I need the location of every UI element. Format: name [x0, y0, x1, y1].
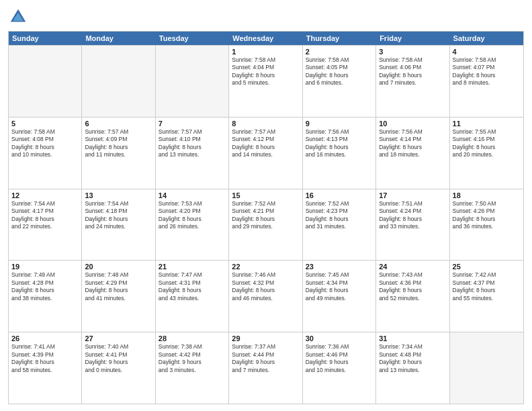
calendar-cell-4: 4Sunrise: 7:58 AMSunset: 4:07 PMDaylight… — [450, 46, 523, 117]
header-day-sunday: Sunday — [9, 32, 82, 45]
cell-text: and 55 minutes. — [453, 295, 521, 302]
calendar-cell-13: 13Sunrise: 7:54 AMSunset: 4:18 PMDayligh… — [82, 189, 155, 261]
cell-text: Sunset: 4:36 PM — [379, 279, 446, 287]
calendar-cell-30: 30Sunrise: 7:36 AMSunset: 4:46 PMDayligh… — [303, 332, 376, 404]
cell-text: Sunset: 4:21 PM — [232, 208, 299, 215]
cell-text: and 13 minutes. — [159, 151, 226, 158]
cell-text: Sunrise: 7:58 AM — [453, 56, 521, 64]
day-number: 11 — [453, 120, 521, 128]
cell-text: Sunset: 4:06 PM — [379, 64, 446, 71]
cell-text: Sunrise: 7:57 AM — [85, 128, 152, 136]
day-number: 18 — [453, 191, 521, 199]
day-number: 29 — [232, 334, 299, 342]
cell-text: Sunset: 4:41 PM — [85, 351, 152, 359]
cell-text: and 7 minutes. — [379, 79, 446, 87]
cell-text: Sunset: 4:07 PM — [453, 64, 521, 71]
cell-text: Sunrise: 7:50 AM — [453, 200, 521, 208]
calendar-cell-empty — [156, 46, 229, 117]
day-number: 13 — [85, 191, 152, 199]
cell-text: and 10 minutes. — [11, 151, 79, 158]
calendar-cell-2: 2Sunrise: 7:58 AMSunset: 4:05 PMDaylight… — [303, 46, 376, 117]
cell-text: Sunrise: 7:56 AM — [379, 128, 446, 136]
day-number: 8 — [232, 120, 299, 128]
cell-text: Sunrise: 7:54 AM — [85, 200, 152, 208]
cell-text: Sunrise: 7:45 AM — [306, 271, 373, 279]
cell-text: Daylight: 8 hours — [306, 216, 373, 223]
cell-text: Daylight: 8 hours — [232, 287, 299, 294]
calendar-cell-15: 15Sunrise: 7:52 AMSunset: 4:21 PMDayligh… — [229, 189, 302, 261]
cell-text: Sunrise: 7:34 AM — [379, 343, 446, 351]
cell-text: Sunrise: 7:52 AM — [232, 200, 299, 208]
cell-text: Sunset: 4:32 PM — [232, 279, 299, 287]
cell-text: Sunset: 4:05 PM — [306, 64, 373, 71]
calendar-cell-7: 7Sunrise: 7:57 AMSunset: 4:10 PMDaylight… — [156, 118, 229, 189]
cell-text: Sunrise: 7:41 AM — [11, 343, 79, 351]
cell-text: Daylight: 9 hours — [232, 359, 299, 366]
calendar-cell-5: 5Sunrise: 7:58 AMSunset: 4:08 PMDaylight… — [9, 118, 82, 189]
cell-text: Sunrise: 7:52 AM — [306, 200, 373, 208]
cell-text: and 22 minutes. — [11, 223, 79, 230]
cell-text: Daylight: 8 hours — [453, 144, 521, 151]
day-number: 6 — [85, 120, 152, 128]
day-number: 25 — [453, 263, 521, 271]
cell-text: Sunset: 4:13 PM — [306, 136, 373, 143]
day-number: 28 — [159, 334, 226, 342]
cell-text: Daylight: 8 hours — [453, 72, 521, 79]
calendar-cell-14: 14Sunrise: 7:53 AMSunset: 4:20 PMDayligh… — [156, 189, 229, 261]
cell-text: Sunset: 4:26 PM — [453, 208, 521, 215]
cell-text: Sunset: 4:37 PM — [453, 279, 521, 287]
cell-text: Daylight: 9 hours — [85, 359, 152, 366]
cell-text: Sunrise: 7:49 AM — [11, 271, 79, 279]
cell-text: Sunrise: 7:36 AM — [306, 343, 373, 351]
cell-text: Sunrise: 7:58 AM — [306, 56, 373, 64]
cell-text: Sunrise: 7:53 AM — [159, 200, 226, 208]
cell-text: Sunset: 4:18 PM — [85, 208, 152, 215]
calendar-cell-26: 26Sunrise: 7:41 AMSunset: 4:39 PMDayligh… — [9, 332, 82, 404]
cell-text: Daylight: 8 hours — [11, 359, 79, 366]
day-number: 22 — [232, 263, 299, 271]
cell-text: Sunrise: 7:37 AM — [232, 343, 299, 351]
calendar-cell-17: 17Sunrise: 7:51 AMSunset: 4:24 PMDayligh… — [376, 189, 449, 261]
cell-text: and 16 minutes. — [306, 151, 373, 158]
cell-text: Daylight: 8 hours — [159, 216, 226, 223]
cell-text: Daylight: 8 hours — [379, 144, 446, 151]
cell-text: Sunset: 4:17 PM — [11, 208, 79, 215]
day-number: 24 — [379, 263, 446, 271]
day-number: 17 — [379, 191, 446, 199]
day-number: 1 — [232, 48, 299, 56]
cell-text: Sunset: 4:20 PM — [159, 208, 226, 215]
cell-text: Sunrise: 7:43 AM — [379, 271, 446, 279]
header-day-saturday: Saturday — [450, 32, 523, 45]
cell-text: Sunset: 4:16 PM — [453, 136, 521, 143]
calendar: SundayMondayTuesdayWednesdayThursdayFrid… — [8, 31, 524, 404]
cell-text: Sunrise: 7:58 AM — [11, 128, 79, 136]
day-number: 2 — [306, 48, 373, 56]
cell-text: and 6 minutes. — [306, 79, 373, 87]
calendar-cell-18: 18Sunrise: 7:50 AMSunset: 4:26 PMDayligh… — [450, 189, 523, 261]
cell-text: Sunrise: 7:40 AM — [85, 343, 152, 351]
cell-text: Sunset: 4:42 PM — [159, 351, 226, 359]
cell-text: Sunrise: 7:47 AM — [159, 271, 226, 279]
header-day-thursday: Thursday — [303, 32, 376, 45]
calendar-cell-23: 23Sunrise: 7:45 AMSunset: 4:34 PMDayligh… — [303, 261, 376, 332]
calendar-cell-29: 29Sunrise: 7:37 AMSunset: 4:44 PMDayligh… — [229, 332, 302, 404]
cell-text: Sunrise: 7:56 AM — [306, 128, 373, 136]
cell-text: and 11 minutes. — [85, 151, 152, 158]
calendar-header: SundayMondayTuesdayWednesdayThursdayFrid… — [9, 32, 523, 45]
header-day-monday: Monday — [82, 32, 155, 45]
cell-text: and 43 minutes. — [159, 295, 226, 302]
cell-text: Sunset: 4:23 PM — [306, 208, 373, 215]
cell-text: and 20 minutes. — [453, 151, 521, 158]
calendar-cell-24: 24Sunrise: 7:43 AMSunset: 4:36 PMDayligh… — [376, 261, 449, 332]
day-number: 20 — [85, 263, 152, 271]
cell-text: Sunset: 4:08 PM — [11, 136, 79, 143]
day-number: 23 — [306, 263, 373, 271]
calendar-cell-1: 1Sunrise: 7:58 AMSunset: 4:04 PMDaylight… — [229, 46, 302, 117]
cell-text: and 7 minutes. — [232, 367, 299, 374]
cell-text: and 14 minutes. — [232, 151, 299, 158]
cell-text: Daylight: 8 hours — [232, 216, 299, 223]
cell-text: Daylight: 8 hours — [85, 216, 152, 223]
cell-text: Daylight: 8 hours — [11, 144, 79, 151]
logo-icon — [8, 7, 28, 27]
day-number: 7 — [159, 120, 226, 128]
